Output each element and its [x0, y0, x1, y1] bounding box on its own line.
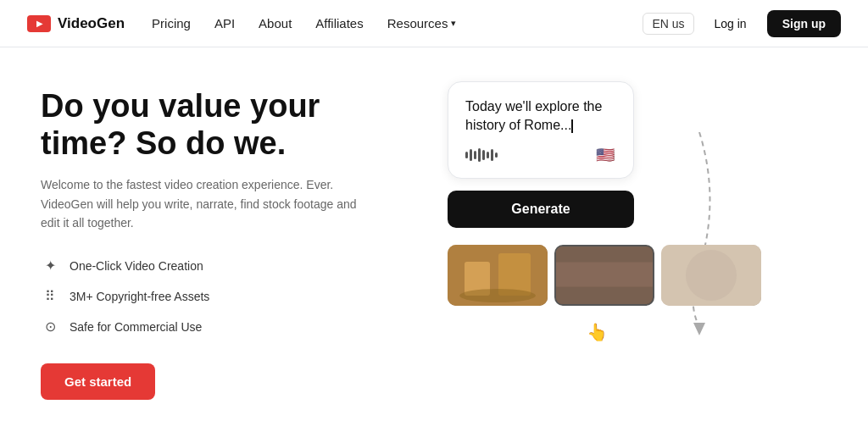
image-thumbnail-2 [554, 245, 654, 306]
get-started-button[interactable]: Get started [41, 363, 155, 400]
logo-icon [27, 15, 51, 32]
svg-marker-0 [693, 323, 705, 335]
features-list: ✦ One-Click Video Creation ⠿ 3M+ Copyrig… [41, 257, 414, 336]
hero-headline: Do you value your time? So do we. [41, 88, 414, 162]
nav-right: EN us Log in Sign up [643, 10, 841, 37]
nav-link-pricing[interactable]: Pricing [152, 16, 191, 30]
assets-icon: ⠿ [41, 287, 59, 306]
cursor-hand-icon: 👆 [587, 322, 608, 342]
nav-link-affiliates[interactable]: Affiliates [315, 16, 363, 30]
chevron-down-icon: ▾ [451, 18, 456, 29]
logo-text: VideoGen [58, 15, 125, 32]
image-thumbnail-3 [661, 245, 761, 306]
logo[interactable]: VideoGen [27, 15, 125, 32]
language-button[interactable]: EN us [643, 13, 693, 35]
prompt-text: Today we'll explore the history of Rome.… [465, 97, 616, 136]
feature-one-click-label: One-Click Video Creation [70, 259, 203, 273]
text-cursor [571, 119, 573, 133]
hero-subtitle: Welcome to the fastest video creation ex… [41, 175, 363, 232]
prompt-card: Today we'll explore the history of Rome.… [448, 81, 634, 179]
signup-button[interactable]: Sign up [767, 10, 841, 37]
left-column: Do you value your time? So do we. Welcom… [41, 88, 414, 400]
audio-waves-icon [465, 148, 498, 162]
main-content: Do you value your time? So do we. Welcom… [0, 88, 868, 400]
one-click-icon: ✦ [41, 257, 59, 275]
feature-commercial-label: Safe for Commercial Use [70, 320, 202, 334]
prompt-footer: 🇺🇸 [465, 144, 616, 166]
feature-commercial: ⊙ Safe for Commercial Use [41, 318, 414, 336]
nav-link-api[interactable]: API [214, 16, 235, 30]
feature-assets-label: 3M+ Copyright-free Assets [70, 290, 209, 303]
commercial-icon: ⊙ [41, 318, 59, 336]
login-button[interactable]: Log in [704, 12, 757, 36]
nav-links: Pricing API About Affiliates Resources ▾ [152, 16, 456, 30]
image-strip [448, 245, 787, 306]
feature-assets: ⠿ 3M+ Copyright-free Assets [41, 287, 414, 306]
nav-left: VideoGen Pricing API About Affiliates Re… [27, 15, 456, 32]
generate-button[interactable]: Generate [448, 191, 634, 228]
nav-link-resources[interactable]: Resources ▾ [387, 16, 457, 30]
feature-one-click: ✦ One-Click Video Creation [41, 257, 414, 275]
navbar: VideoGen Pricing API About Affiliates Re… [0, 0, 868, 47]
nav-link-about[interactable]: About [259, 16, 292, 30]
right-column: Today we'll explore the history of Rome.… [448, 81, 787, 306]
image-thumbnail-1 [448, 245, 548, 306]
language-flag: 🇺🇸 [594, 144, 616, 166]
